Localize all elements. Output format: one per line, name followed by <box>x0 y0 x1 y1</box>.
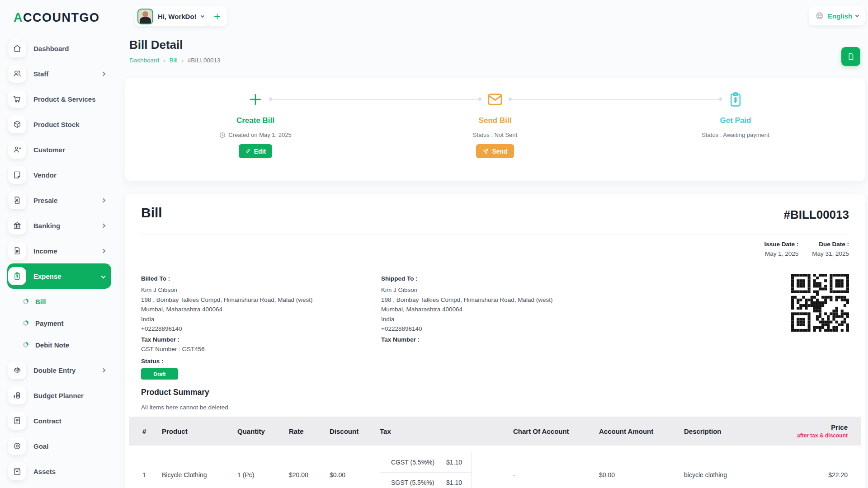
sidebar-item-label: Contract <box>33 417 61 425</box>
sidebar-item-label: Assets <box>33 468 56 475</box>
cell-rate: $20.00 <box>289 446 330 488</box>
sidebar-item-label: Customer <box>33 146 65 154</box>
sidebar-item-expense[interactable]: Expense <box>7 263 111 289</box>
sidebar-item-label: Vendor <box>33 171 57 179</box>
breadcrumb: Dashboard › Bill › #BILL00013 <box>129 57 221 64</box>
bullet-icon <box>23 320 28 326</box>
sidebar-item-banking[interactable]: Banking <box>7 213 111 238</box>
target-icon <box>8 437 26 455</box>
expense-submenu: Bill Payment Debit Note <box>7 291 118 356</box>
page-title: Bill Detail <box>129 38 183 52</box>
cell-tax: CGST (5.5%%) $1.10 SGST (5.5%%) $1.10 <box>380 446 513 488</box>
cell-discount: $0.00 <box>330 446 380 488</box>
breadcrumb-bill[interactable]: Bill <box>169 57 177 64</box>
sidebar-subitem-debit-note[interactable]: Debit Note <box>7 334 111 356</box>
sidebar-item-label: Dashboard <box>33 45 69 52</box>
cell-price: $22.20 <box>793 446 861 488</box>
sidebar-item-double-entry[interactable]: Double Entry <box>7 357 111 383</box>
coins-icon <box>8 386 26 404</box>
issue-date: Issue Date : May 1, 2025 <box>764 241 798 257</box>
sidebar-item-budget-planner[interactable]: Budget Planner <box>7 383 111 408</box>
cell-account-amount: $0.00 <box>599 446 684 488</box>
divider <box>141 235 849 235</box>
bill-number: #BILL00013 <box>783 208 849 222</box>
cell-number: 1 <box>129 446 162 488</box>
table-row: 1 Bicycle Clothing 1 (Pc) $20.00 $0.00 C… <box>129 446 861 488</box>
export-bill-button[interactable] <box>841 47 860 66</box>
send-bill-button[interactable]: Send <box>476 144 514 158</box>
chevron-right-icon <box>101 368 106 372</box>
cart-icon <box>8 90 26 108</box>
step-title: Create Bill <box>236 116 274 125</box>
scales-icon <box>8 361 26 379</box>
bill-dates: Issue Date : May 1, 2025 Due Date : May … <box>764 241 849 257</box>
step-send-bill: Send Bill Status : Not Sent Send <box>396 78 594 158</box>
pencil-icon <box>245 148 251 154</box>
add-button[interactable] <box>207 6 227 26</box>
contract-icon <box>8 412 26 430</box>
bank-icon <box>8 216 26 235</box>
sidebar-item-label: Double Entry <box>33 366 75 374</box>
breadcrumb-separator: › <box>181 57 183 64</box>
cell-product: Bicycle Clothing <box>162 446 237 488</box>
col-tax: Tax <box>380 417 513 446</box>
app-logo[interactable]: ACCOUNTGO <box>14 11 118 25</box>
bill-title: Bill <box>141 205 162 221</box>
sidebar-subitem-bill[interactable]: Bill <box>7 291 111 312</box>
chevron-down-icon <box>101 274 106 278</box>
chevron-down-icon <box>200 14 204 17</box>
bullet-icon <box>23 342 28 347</box>
note-icon <box>8 166 26 184</box>
sidebar-item-label: Bill <box>35 298 46 305</box>
package-icon <box>8 115 26 133</box>
sidebar-item-label: Staff <box>33 70 48 78</box>
bullet-icon <box>23 299 28 304</box>
step-get-paid: Get Paid Status : Awaiting payment <box>636 78 835 138</box>
globe-icon <box>815 11 824 20</box>
col-product: Product <box>162 417 237 446</box>
sidebar-item-dashboard[interactable]: Dashboard <box>7 36 111 61</box>
users-icon <box>8 65 26 83</box>
sidebar-item-product-services[interactable]: Product & Services <box>7 86 111 112</box>
sidebar-item-contract[interactable]: Contract <box>7 408 111 433</box>
edit-bill-button[interactable]: Edit <box>239 144 272 158</box>
plus-icon <box>213 12 222 21</box>
sidebar-item-label: Debit Note <box>35 341 69 349</box>
col-quantity: Quantity <box>237 417 289 446</box>
breadcrumb-separator: › <box>163 57 165 64</box>
sidebar-item-product-stock[interactable]: Product Stock <box>7 112 111 137</box>
sidebar-item-income[interactable]: Income <box>7 238 111 263</box>
chevron-right-icon <box>101 223 106 228</box>
shipped-to-block: Shipped To : Kim J Gibson 198 , Bombay T… <box>381 275 598 344</box>
chevron-right-icon <box>101 71 106 76</box>
home-icon <box>8 39 26 57</box>
col-description: Description <box>684 417 793 446</box>
sidebar-item-vendor[interactable]: Vendor <box>7 162 111 188</box>
breadcrumb-dashboard[interactable]: Dashboard <box>129 57 159 64</box>
sidebar-item-presale[interactable]: Presale <box>7 188 111 213</box>
bill-detail-card: Bill #BILL00013 Issue Date : May 1, 2025… <box>125 194 865 488</box>
sidebar-subitem-payment[interactable]: Payment <box>7 312 111 334</box>
sidebar-item-label: Presale <box>33 197 57 204</box>
chevron-right-icon <box>101 198 106 202</box>
cell-chart-of-account: - <box>513 446 599 488</box>
sidebar-item-customer[interactable]: Customer <box>7 137 111 162</box>
step-status: Status : Awaiting payment <box>702 131 769 138</box>
status-badge: Draft <box>141 368 178 380</box>
sidebar-item-label: Goal <box>33 442 48 450</box>
sidebar-item-assets[interactable]: Assets <box>7 459 111 484</box>
envelope-icon <box>487 91 503 108</box>
language-label: English <box>828 12 852 20</box>
file-lines-icon <box>8 242 26 260</box>
language-selector[interactable]: English <box>809 6 865 25</box>
user-menu[interactable]: Hi, WorkDo! <box>135 6 210 26</box>
user-greeting: Hi, WorkDo! <box>158 13 197 20</box>
sidebar-item-staff[interactable]: Staff <box>7 61 111 86</box>
step-create-bill: Create Bill Created on May 1, 2025 Edit <box>156 78 355 158</box>
tax-breakdown: CGST (5.5%%) $1.10 SGST (5.5%%) $1.10 <box>380 452 472 488</box>
col-price: Price after tax & discount <box>793 417 861 446</box>
plus-icon <box>248 91 263 108</box>
sidebar-item-goal[interactable]: Goal <box>7 433 111 459</box>
chevron-down-icon <box>855 13 859 17</box>
col-chart-of-account: Chart Of Account <box>513 417 599 446</box>
